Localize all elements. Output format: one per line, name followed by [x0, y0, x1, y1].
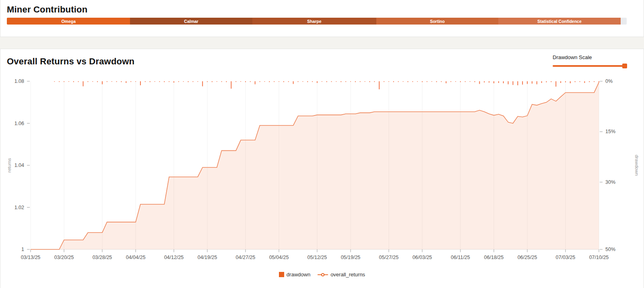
returns-chart-title: Overall Returns vs Drawdown: [7, 56, 134, 67]
x-axis-tick-label: 04/12/25: [164, 255, 184, 260]
x-axis-tick-label: 06/18/25: [484, 255, 504, 260]
x-axis-tick-label: 04/19/25: [198, 255, 217, 260]
y-axis-tick-label: 1.04: [14, 163, 24, 168]
miner-segment-sharpe[interactable]: Sharpe: [252, 18, 376, 25]
x-axis-tick-label: 06/11/25: [451, 255, 470, 260]
returns-drawdown-card: Overall Returns vs Drawdown Drawdown Sca…: [0, 49, 644, 288]
legend-item-label: overall_returns: [330, 272, 365, 278]
miner-segment-label: Omega: [61, 19, 76, 24]
x-axis-tick-label: 03/20/25: [54, 255, 74, 260]
legend-item-drawdown[interactable]: drawdown: [279, 272, 310, 278]
miner-segment-label: Sortino: [430, 19, 445, 24]
miner-segment-sortino[interactable]: Sortino: [376, 18, 498, 25]
x-axis-tick-label: 04/04/25: [126, 255, 146, 260]
right-axis-tick-label: 30%: [605, 179, 615, 185]
y-axis-tick-label: 1.06: [14, 121, 24, 126]
miner-segment-label: Calmar: [184, 19, 198, 24]
miner-contribution-title: Miner Contribution: [7, 4, 87, 15]
right-axis-tick-label: 50%: [605, 247, 615, 252]
miner-segment-calmar[interactable]: Calmar: [130, 18, 252, 25]
x-axis-tick-label: 03/28/25: [93, 255, 112, 260]
legend-item-overall_returns[interactable]: overall_returns: [318, 272, 365, 278]
x-axis-tick-label: 05/19/25: [341, 255, 361, 260]
legend-swatch-square: [279, 272, 284, 277]
miner-segment-omega[interactable]: Omega: [7, 18, 130, 25]
drawdown-scale-label: Drawdown Scale: [553, 54, 626, 60]
x-axis-tick-label: 04/27/25: [236, 255, 256, 260]
miner-contribution-stacked-bar: OmegaCalmarSharpeSortinoStatistical Conf…: [7, 18, 627, 25]
miner-contribution-card: Miner Contribution OmegaCalmarSharpeSort…: [0, 0, 644, 37]
miner-segment-rest: [621, 18, 627, 25]
x-axis-tick-label: 06/03/25: [413, 255, 432, 260]
y-axis-tick-label: 1.08: [14, 78, 24, 84]
left-axis-title: returns: [7, 158, 12, 173]
legend-item-label: drawdown: [287, 272, 310, 278]
miner-segment-label: Statistical Confidence: [537, 19, 582, 24]
x-axis-tick-label: 07/03/25: [556, 255, 576, 260]
chart-legend: drawdownoverall_returns: [0, 272, 644, 278]
drawdown-scale-slider[interactable]: [553, 65, 626, 67]
x-axis-tick-label: 05/27/25: [379, 255, 399, 260]
x-axis-tick-label: 05/04/25: [269, 255, 289, 260]
returns-drawdown-chart: 11.021.041.061.080%15%30%50%03/13/2503/2…: [0, 74, 644, 267]
right-axis-tick-label: 15%: [605, 129, 615, 134]
right-axis-title: drawdown: [634, 155, 639, 176]
y-axis-tick-label: 1.02: [14, 205, 24, 210]
x-axis-tick-label: 07/10/25: [589, 255, 609, 260]
y-axis-tick-label: 1: [21, 247, 24, 252]
drawdown-scale-slider-thumb[interactable]: [622, 64, 627, 68]
right-axis-tick-label: 0%: [605, 78, 613, 84]
legend-swatch-line-circle: [318, 272, 328, 277]
drawdown-scale-control: Drawdown Scale: [553, 54, 626, 67]
x-axis-tick-label: 06/25/25: [518, 255, 537, 260]
miner-segment-statistical-confidence[interactable]: Statistical Confidence: [498, 18, 620, 25]
returns-area: [31, 82, 599, 249]
miner-segment-label: Sharpe: [307, 19, 322, 24]
x-axis-tick-label: 03/13/25: [21, 255, 41, 260]
x-axis-tick-label: 05/12/25: [308, 255, 327, 260]
